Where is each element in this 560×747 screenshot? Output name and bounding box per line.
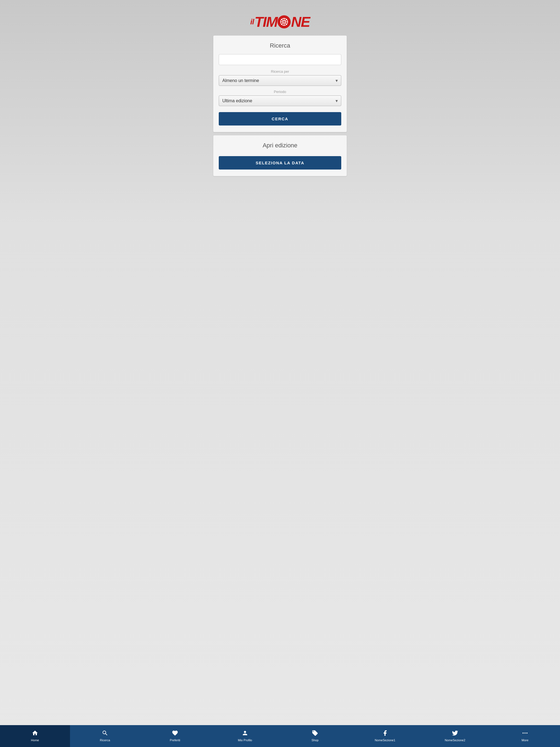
periodo-label: Periodo [219, 90, 341, 94]
logo-il: il [250, 18, 254, 26]
edition-card-title: Apri edizione [219, 142, 341, 149]
tab-mio-profilo-label: Mio Profilo [238, 739, 252, 742]
tab-home-label: Home [31, 739, 39, 742]
svg-point-13 [526, 732, 528, 733]
tab-home[interactable]: Home [0, 725, 70, 747]
tab-ricerca[interactable]: Ricerca [70, 725, 140, 747]
search-card-title: Ricerca [219, 42, 341, 49]
tab-preferiti[interactable]: Preferiti [140, 725, 210, 747]
periodo-select[interactable]: Ultima edizione Ultimo mese Ultimi 3 mes… [219, 96, 341, 106]
search-input[interactable] [219, 54, 341, 65]
tab-mio-profilo[interactable]: Mio Profilo [210, 725, 280, 747]
twitter-icon [452, 730, 458, 738]
tab-nome-sezione1[interactable]: NomeSezione1 [350, 725, 420, 747]
home-icon [32, 730, 38, 738]
main-content: il TIM [209, 0, 351, 747]
search-card: Ricerca Ricerca per Almeno un termine Tu… [213, 35, 347, 132]
logo-container: il TIM [250, 14, 309, 30]
tab-nome-sezione2-label: NomeSezione2 [444, 739, 465, 742]
facebook-icon [382, 730, 388, 738]
logo-wheel-icon [278, 15, 291, 28]
tag-icon [312, 730, 318, 738]
periodo-wrapper: Ultima edizione Ultimo mese Ultimi 3 mes… [219, 96, 341, 106]
logo: il TIM [250, 14, 309, 30]
logo-timone: TIM [255, 14, 310, 30]
helm-icon [280, 18, 288, 26]
svg-point-1 [283, 21, 285, 23]
person-icon [242, 730, 248, 738]
tab-bar: Home Ricerca Preferiti Mio Profilo [0, 725, 560, 747]
more-dots-icon [522, 730, 528, 738]
tab-nome-sezione2[interactable]: NomeSezione2 [420, 725, 490, 747]
edition-card: Apri edizione SELEZIONA LA DATA [213, 135, 347, 176]
tab-shop[interactable]: Shop [280, 725, 350, 747]
svg-point-11 [523, 732, 524, 733]
tab-more-label: More [521, 739, 528, 742]
tab-ricerca-label: Ricerca [100, 739, 110, 742]
tab-preferiti-label: Preferiti [170, 739, 180, 742]
cerca-button[interactable]: CERCA [219, 112, 341, 126]
search-per-wrapper: Almeno un termine Tutti i termini Frase … [219, 75, 341, 86]
tab-more[interactable]: More [490, 725, 560, 747]
svg-point-12 [525, 732, 526, 733]
search-per-label: Ricerca per [219, 70, 341, 74]
heart-icon [172, 730, 178, 738]
search-icon [102, 730, 108, 738]
tab-shop-label: Shop [311, 739, 319, 742]
tab-nome-sezione1-label: NomeSezione1 [375, 739, 395, 742]
seleziona-data-button[interactable]: SELEZIONA LA DATA [219, 156, 341, 170]
search-per-select[interactable]: Almeno un termine Tutti i termini Frase … [219, 75, 341, 86]
